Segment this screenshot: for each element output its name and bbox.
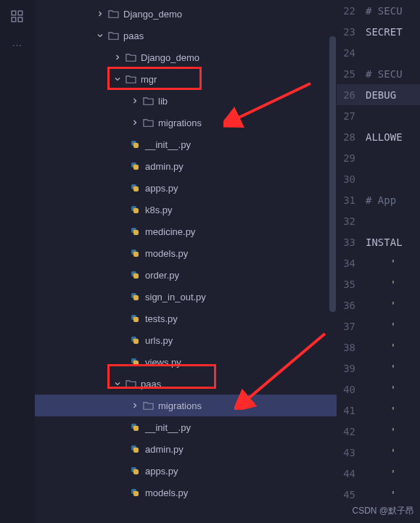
chevron-right-icon bbox=[94, 8, 106, 20]
editor-line[interactable]: 44 ' bbox=[337, 463, 420, 484]
file-order-py[interactable]: order.py bbox=[35, 264, 337, 286]
code-text: ' bbox=[366, 258, 396, 269]
tree-item-label: k8s.py bbox=[145, 205, 173, 215]
tree-item-label: paas bbox=[141, 379, 161, 390]
folder-paas[interactable]: paas bbox=[35, 373, 337, 395]
file-views-py[interactable]: views.py bbox=[35, 351, 337, 373]
folder-Django_demo[interactable]: Django_demo bbox=[35, 46, 337, 68]
svg-rect-1 bbox=[18, 11, 22, 15]
file-admin-py[interactable]: admin.py bbox=[35, 155, 337, 177]
line-number: 29 bbox=[337, 152, 366, 164]
file-k8s-py[interactable]: k8s.py bbox=[35, 199, 337, 221]
line-number: 25 bbox=[337, 68, 366, 80]
line-number: 34 bbox=[337, 258, 366, 269]
python-icon bbox=[129, 269, 141, 281]
code-text: # SECU bbox=[366, 5, 403, 17]
folder-mgr[interactable]: mgr bbox=[35, 68, 337, 90]
tree-item-label: migrations bbox=[158, 118, 202, 128]
watermark: CSDN @默子昂 bbox=[352, 505, 414, 517]
folder-icon bbox=[107, 30, 119, 41]
folder-Django_demo[interactable]: Django_demo bbox=[35, 3, 337, 25]
editor-line[interactable]: 40 ' bbox=[337, 379, 420, 400]
line-number: 32 bbox=[337, 215, 366, 227]
editor-line[interactable]: 33INSTAL bbox=[337, 231, 420, 252]
tree-item-label: paas bbox=[123, 30, 144, 41]
tree-item-label: Django_demo bbox=[141, 52, 199, 63]
python-icon bbox=[129, 204, 141, 215]
folder-lib[interactable]: lib bbox=[35, 90, 337, 112]
editor-line[interactable]: 45 ' bbox=[337, 484, 420, 505]
line-number: 45 bbox=[337, 489, 366, 501]
editor-pane: 22# SECU23SECRET2425# SECU26DEBUG 2728AL… bbox=[337, 0, 420, 523]
editor-line[interactable]: 27 bbox=[337, 105, 420, 126]
line-number: 22 bbox=[337, 5, 366, 17]
tree-item-label: sign_in_out.py bbox=[145, 292, 206, 302]
tree-item-label: medicine.py bbox=[145, 226, 195, 237]
editor-line[interactable]: 37 ' bbox=[337, 316, 420, 337]
python-icon bbox=[129, 226, 141, 237]
folder-icon bbox=[142, 400, 154, 411]
file-sign_in_out-py[interactable]: sign_in_out.py bbox=[35, 286, 337, 308]
tree-item-label: Django_demo bbox=[123, 9, 182, 20]
python-icon bbox=[129, 443, 141, 455]
tree-item-label: views.py bbox=[145, 357, 181, 368]
editor-line[interactable]: 25# SECU bbox=[337, 63, 420, 84]
file-__init__-py[interactable]: __init__.py bbox=[35, 416, 337, 438]
code-text: ' bbox=[366, 363, 396, 374]
editor-line[interactable]: 35 ' bbox=[337, 273, 420, 295]
file-models-py[interactable]: models.py bbox=[35, 242, 337, 264]
editor-line[interactable]: 43 ' bbox=[337, 442, 420, 463]
tree-item-label: urls.py bbox=[145, 335, 173, 346]
activity-more-icon[interactable]: ··· bbox=[0, 30, 35, 58]
editor-line[interactable]: 24 bbox=[337, 42, 420, 63]
code-text: # SECU bbox=[366, 68, 403, 80]
folder-paas[interactable]: paas bbox=[35, 25, 337, 46]
chevron-down-icon bbox=[112, 73, 123, 85]
editor-line[interactable]: 38 ' bbox=[337, 337, 420, 358]
folder-migrations[interactable]: migrations bbox=[35, 395, 337, 416]
file-explorer: Django_demopaasDjango_demomgrlibmigratio… bbox=[35, 0, 337, 523]
code-text: ' bbox=[366, 426, 396, 437]
editor-line[interactable]: 32 bbox=[337, 210, 420, 231]
line-number: 24 bbox=[337, 47, 366, 59]
tree-item-label: lib bbox=[158, 96, 168, 107]
editor-line[interactable]: 41 ' bbox=[337, 400, 420, 421]
editor-line[interactable]: 36 ' bbox=[337, 295, 420, 316]
editor-line[interactable]: 29 bbox=[337, 147, 420, 168]
python-icon bbox=[129, 247, 141, 259]
file-apps-py[interactable]: apps.py bbox=[35, 177, 337, 199]
editor-line[interactable]: 23SECRET bbox=[337, 21, 420, 42]
line-number: 39 bbox=[337, 363, 366, 374]
folder-icon bbox=[107, 8, 119, 20]
folder-migrations[interactable]: migrations bbox=[35, 112, 337, 133]
python-icon bbox=[129, 139, 141, 150]
folder-icon bbox=[142, 95, 154, 107]
file-medicine-py[interactable]: medicine.py bbox=[35, 221, 337, 242]
file-tests-py[interactable]: tests.py bbox=[35, 308, 337, 329]
activity-icon-1[interactable] bbox=[0, 3, 35, 30]
python-icon bbox=[129, 487, 141, 498]
editor-line[interactable]: 34 ' bbox=[337, 252, 420, 273]
sidebar-scrollbar[interactable] bbox=[329, 0, 337, 523]
python-icon bbox=[129, 356, 141, 368]
code-text: ' bbox=[366, 384, 396, 395]
editor-line[interactable]: 26DEBUG bbox=[337, 84, 420, 105]
line-number: 43 bbox=[337, 447, 366, 458]
folder-icon bbox=[125, 378, 136, 390]
file-urls-py[interactable]: urls.py bbox=[35, 329, 337, 351]
editor-line[interactable]: 31# App bbox=[337, 189, 420, 210]
tree-item-label: mgr bbox=[141, 74, 157, 85]
editor-line[interactable]: 28ALLOWE bbox=[337, 126, 420, 147]
chevron-down-icon bbox=[112, 378, 123, 390]
chevron-right-icon bbox=[112, 52, 123, 63]
editor-line[interactable]: 22# SECU bbox=[337, 0, 420, 21]
editor-line[interactable]: 30 bbox=[337, 168, 420, 189]
file-__init__-py[interactable]: __init__.py bbox=[35, 133, 337, 155]
editor-line[interactable]: 42 ' bbox=[337, 421, 420, 442]
scrollbar-thumb[interactable] bbox=[329, 36, 336, 312]
file-models-py[interactable]: models.py bbox=[35, 482, 337, 503]
file-apps-py[interactable]: apps.py bbox=[35, 460, 337, 482]
file-admin-py[interactable]: admin.py bbox=[35, 438, 337, 460]
editor-line[interactable]: 39 ' bbox=[337, 358, 420, 379]
python-icon bbox=[129, 291, 141, 302]
